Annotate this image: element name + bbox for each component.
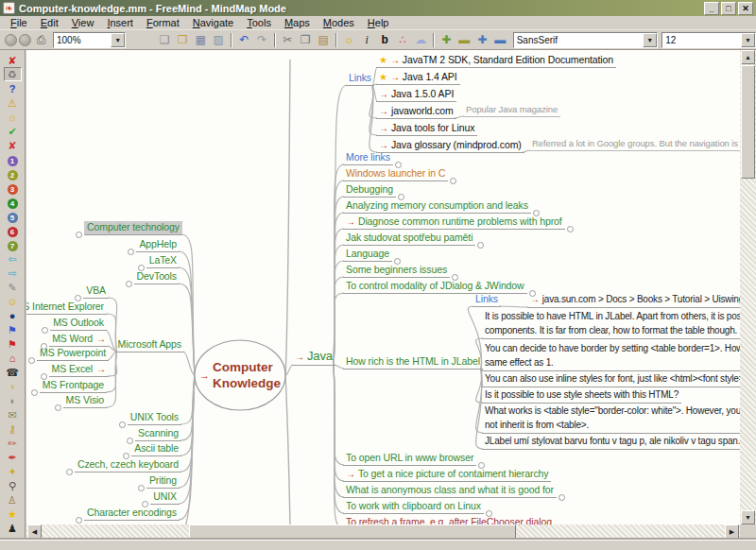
menu-item-tools[interactable]: Tools [240,16,278,30]
font-size-combobox[interactable]: 12▼ [662,32,756,48]
phone-icon[interactable]: ☎ [4,365,22,379]
map-node-p3[interactable]: You can also use inline styles for font,… [482,371,740,387]
star-icon[interactable]: ★ [4,507,22,521]
map-node-p2[interactable]: You can decide to have border by setting… [482,341,740,371]
map-node-sunlink[interactable]: →java.sun.com > Docs > Books > Tutorial … [527,292,740,308]
map-node-msword[interactable]: MS Word→ [49,333,109,347]
gnome-icon[interactable]: ♙ [4,492,22,507]
person-icon[interactable]: ♀ [4,379,22,393]
map-node-anon[interactable]: What is anonymous class and what it is g… [343,484,557,498]
font-family-combobox[interactable]: SansSerif▼ [513,32,659,48]
number-4-icon[interactable]: 4 [4,195,22,209]
map-node-links1[interactable]: Links [346,72,374,86]
map-node-msapps[interactable]: Microsoft Apps [115,338,184,352]
map-node-charenc[interactable]: Character encodings [84,507,180,521]
not-ok-icon[interactable]: ✘ [4,138,22,152]
node-color-button[interactable]: ∴ [395,32,411,48]
map-node-java[interactable]: →Java [292,349,335,366]
map-node-l5[interactable]: →Java tools for Linux [376,122,477,136]
next-map-button[interactable] [19,34,31,46]
bookmark-icon[interactable]: ⚑ [4,322,22,336]
key-icon[interactable]: ⚷ [4,421,22,436]
bold-button[interactable]: b [377,32,393,48]
menu-item-view[interactable]: View [65,16,101,30]
increase-node-font-button[interactable]: ✚ [438,32,455,48]
print-button[interactable]: ⎙ [33,32,49,48]
map-node-unix[interactable]: UNIX [150,490,180,505]
map-node-links2[interactable]: Links [472,293,501,307]
menu-item-help[interactable]: Help [361,16,396,30]
map-node-l6[interactable]: →Java glossary (mindprod.com) [376,139,524,153]
map-node-n2[interactable]: Referred a lot in Google groups. But the… [529,137,740,151]
map-node-scanning[interactable]: Scanning [135,427,181,441]
undo-button[interactable]: ↶ [236,32,252,48]
idea-button[interactable]: ☼ [341,32,357,48]
magnifier-icon[interactable]: ⚲ [4,478,22,492]
cut-button[interactable]: ✂ [280,32,296,48]
map-node-p5[interactable]: What works is <table style="border-color… [482,404,740,434]
decrease-node-font-button[interactable]: ▬ [456,32,472,48]
map-node-openurl[interactable]: To open URL in www browser [343,452,476,466]
new-map-button[interactable]: ❏ [157,32,173,48]
map-node-winlaunch[interactable]: Windows launcher in C [343,167,448,181]
map-node-frontpage[interactable]: MS Frontpage [40,379,107,393]
edit-pencil-icon[interactable]: ✏ [4,436,22,450]
menu-item-modes[interactable]: Modes [317,16,361,30]
vertical-scrollbar[interactable]: ▲ ▼ [740,50,756,524]
warning-icon[interactable]: ⚠ [4,95,22,110]
map-node-l3[interactable]: →Java 1.5.0 API [376,88,456,102]
cloud-button[interactable]: ☁ [413,32,429,48]
chevron-down-icon[interactable]: ▼ [741,33,755,47]
ball-icon[interactable]: ● [4,308,22,322]
copy-button[interactable]: ❐ [298,32,314,48]
scroll-left-button[interactable]: ◀ [27,524,42,539]
smiley-icon[interactable]: ☺ [4,294,22,308]
number-5-icon[interactable]: 5 [4,209,22,223]
map-node-diagnose[interactable]: →Diagnose common runtime problems with h… [343,215,565,230]
yes-icon[interactable]: ✔ [4,124,22,138]
menu-item-maps[interactable]: Maps [278,16,317,30]
number-6-icon[interactable]: 6 [4,223,22,237]
idea-icon[interactable]: ☼ [4,110,22,124]
map-node-clipboard[interactable]: To work with clipboard on Linux [343,500,484,514]
map-node-devtools[interactable]: DevTools [134,270,180,284]
number-3-icon[interactable]: 3 [4,180,22,195]
map-node-p1[interactable]: It is possible to have HTML in JLabel. A… [482,309,740,339]
zoom-combobox[interactable]: 100%▼ [53,32,126,48]
map-node-unixtools[interactable]: UNIX Tools [128,411,181,425]
map-node-comptech[interactable]: Computer technology [84,221,182,235]
map-node-p4[interactable]: Is it possible to use style sheets with … [482,387,681,404]
horizontal-scrollbar[interactable]: ◀ ▶ [26,524,740,540]
home-icon[interactable]: ⌂ [4,351,22,365]
increase-branch-font-button[interactable]: ✚ [474,32,490,48]
map-node-outlook[interactable]: MS Outlook [50,317,107,331]
save-map-button[interactable]: ▦ [193,32,209,48]
map-node-language[interactable]: Language [343,248,392,262]
open-map-button[interactable]: ❒ [175,32,191,48]
menu-item-insert[interactable]: Insert [100,16,140,30]
map-node-msexcel[interactable]: MS Excel→ [49,363,109,377]
number-2-icon[interactable]: 2 [4,166,22,180]
map-node-powerpoint[interactable]: MS Powerpoint [37,347,109,361]
back-arrow-icon[interactable]: ⇦ [4,251,22,266]
map-node-analyzing[interactable]: Analyzing memory consumption and leaks [343,199,531,214]
map-node-jak[interactable]: Jak studovat spotřebu paměti [343,232,475,246]
chevron-down-icon[interactable]: ▼ [643,33,657,47]
map-node-p6[interactable]: JLabel umí stylovat barvu fontu v tagu p… [482,434,740,450]
save-as-button[interactable]: ▨ [211,32,227,48]
previous-map-button[interactable] [5,34,17,46]
forward-arrow-icon[interactable]: ⇨ [4,266,22,280]
map-node-czech[interactable]: Czech, czech keyboard [75,458,181,473]
map-node-l2[interactable]: ★→Java 1.4 API [376,71,460,85]
map-node-vba[interactable]: VBA [83,284,109,299]
close-button[interactable]: ✕ [738,2,753,15]
menu-item-file[interactable]: File [4,16,34,30]
map-node-howrich[interactable]: How rich is the HTML in JLabel [343,355,483,370]
map-node-refresh[interactable]: To refresh a frame, e.g. after FileChoos… [343,516,555,524]
map-node-l4[interactable]: →javaworld.com [376,105,456,119]
italic-button[interactable]: i [359,32,375,48]
trash-icon[interactable]: ♻ [4,67,22,81]
penguin-icon[interactable]: ♟ [4,521,22,535]
vertical-scroll-thumb[interactable] [741,65,755,179]
root-node[interactable]: → Computer Knowledge [199,352,281,398]
